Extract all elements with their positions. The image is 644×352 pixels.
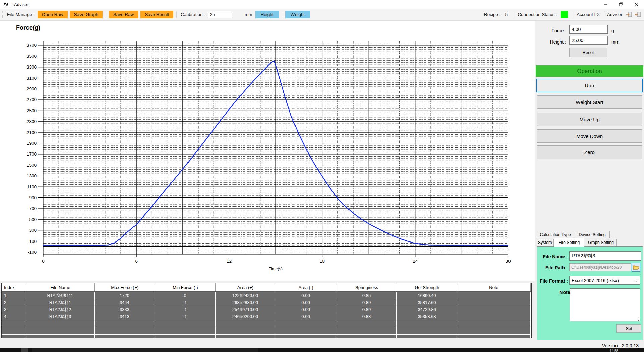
svg-text:1100: 1100 (27, 184, 37, 189)
folder-icon (633, 265, 639, 270)
table-cell: -1 (155, 299, 216, 306)
table-row[interactable] (2, 327, 531, 334)
zero-button[interactable]: Zero (537, 145, 642, 159)
save-raw-button[interactable]: Save Raw (109, 11, 139, 18)
version-label: Version : 2.0.0.13 (602, 343, 639, 348)
file-path-label: File Path : (539, 265, 568, 270)
table-cell (26, 327, 95, 334)
column-header[interactable]: Gel Strength (397, 283, 457, 291)
tab-device-setting[interactable]: Device Setting (575, 231, 610, 238)
column-header[interactable]: File Name (26, 283, 95, 291)
table-cell: 0.89 (336, 306, 397, 313)
weight-start-button[interactable]: Weight Start (537, 95, 642, 109)
table-cell: 1720 (95, 292, 155, 299)
taskbar-clock: 14:58 (610, 349, 618, 352)
svg-text:2900: 2900 (26, 86, 37, 91)
table-row[interactable] (2, 335, 531, 338)
table-cell: RTA2塑料3 (26, 313, 95, 320)
recipe-label: Recipe : (483, 12, 502, 17)
calibration-input[interactable] (208, 11, 232, 18)
table-cell (457, 292, 531, 299)
close-button[interactable] (629, 0, 644, 9)
move-up-button[interactable]: Move Up (537, 113, 642, 126)
table-cell: 16890.40 (397, 292, 457, 299)
svg-text:-100: -100 (28, 250, 37, 255)
table-cell: 4 (2, 313, 26, 320)
reset-button[interactable]: Reset (569, 48, 607, 57)
svg-text:1500: 1500 (26, 163, 37, 168)
table-row[interactable]: 4RTA2塑料33413-124650200.000.000.8835358.6… (2, 313, 531, 320)
file-format-select[interactable]: Excel 2007-2016 (.xlsx) ⌄ (569, 276, 640, 285)
toolbar-separator (282, 11, 282, 18)
weight-button[interactable]: Weight (285, 11, 310, 18)
table-cell (275, 327, 336, 334)
table-cell (95, 327, 155, 334)
table-cell: 12262420.00 (216, 292, 275, 299)
table-cell (95, 320, 155, 327)
height-button[interactable]: Height (255, 11, 279, 18)
table-cell (397, 327, 457, 334)
height-label: Height : (537, 39, 566, 45)
note-textarea[interactable] (570, 288, 640, 321)
table-cell (397, 335, 457, 338)
set-button[interactable]: Set (616, 324, 641, 333)
svg-text:900: 900 (29, 195, 37, 200)
tadviser-window: TAdviser File Manage : Open Raw Save Gra… (0, 0, 644, 352)
table-header-row: IndexFile NameMax Force (+)Min Force (-)… (2, 283, 531, 292)
force-input[interactable] (569, 25, 608, 34)
recipe-value: 5 (504, 12, 509, 17)
table-cell (457, 327, 531, 334)
restore-button[interactable] (613, 0, 629, 9)
file-path-input[interactable]: C:\Users\aiyaziji\Desktop\20 (569, 263, 631, 271)
table-cell (336, 335, 397, 338)
height-input[interactable] (569, 36, 608, 45)
column-header[interactable]: Max Force (+) (95, 283, 155, 291)
table-cell: -1 (155, 313, 216, 320)
tab-graph-setting[interactable]: Graph Setting (585, 239, 617, 246)
tab-calculation-type[interactable]: Calculation Type (537, 231, 574, 238)
table-row[interactable]: 3RTA2塑料23333-125499710.000.000.8934729.8… (2, 306, 531, 313)
svg-text:24: 24 (413, 259, 418, 264)
table-cell (336, 327, 397, 334)
minimize-button[interactable] (598, 0, 613, 9)
account-id-label: Account ID: (576, 12, 601, 17)
column-header[interactable]: Springiness (336, 283, 397, 291)
table-body: 1RTA2泡沫1111720012262420.000.000.8516890.… (2, 292, 531, 338)
table-cell: 35358.68 (397, 313, 457, 320)
run-button[interactable]: Run (536, 79, 643, 92)
table-row[interactable]: 2RTA2塑料13444-126852880.000.000.8935817.6… (2, 299, 531, 306)
toolbar-separator (513, 11, 513, 18)
save-graph-button[interactable]: Save Graph (70, 11, 103, 18)
open-raw-button[interactable]: Open Raw (38, 11, 68, 18)
login-icon[interactable] (626, 12, 632, 17)
move-down-button[interactable]: Move Down (537, 129, 642, 143)
table-row[interactable]: 1RTA2泡沫1111720012262420.000.000.8516890.… (2, 292, 531, 299)
table-cell (275, 335, 336, 338)
table-row[interactable] (2, 320, 531, 327)
table-cell: 3413 (95, 313, 155, 320)
column-header[interactable]: Index (2, 283, 26, 291)
column-header[interactable]: Note (457, 283, 531, 291)
table-cell: 0.85 (336, 292, 397, 299)
save-result-button[interactable]: Save Result (140, 11, 173, 18)
tab-file-setting[interactable]: File Setting (554, 238, 584, 247)
column-header[interactable]: Min Force (-) (155, 283, 216, 291)
force-label: Force : (537, 28, 566, 33)
column-header[interactable]: Area (-) (275, 283, 336, 291)
table-cell: 3 (2, 306, 26, 313)
column-header[interactable]: Area (+) (216, 283, 275, 291)
table-cell: RTA2塑料2 (26, 306, 95, 313)
table-cell: 25499710.00 (216, 306, 275, 313)
table-cell (26, 335, 95, 338)
svg-text:1700: 1700 (26, 151, 37, 157)
file-format-value: Excel 2007-2016 (.xlsx) (572, 278, 619, 283)
tab-system[interactable]: System (536, 239, 554, 246)
taskbar[interactable]: 14:58 (0, 348, 644, 352)
browse-folder-button[interactable] (632, 263, 640, 272)
file-name-input[interactable] (569, 251, 641, 261)
svg-text:100: 100 (29, 239, 37, 244)
logout-icon[interactable] (635, 12, 641, 17)
operation-header: Operation (536, 65, 643, 77)
table-cell: 0.00 (275, 292, 336, 299)
table-cell (155, 335, 216, 338)
